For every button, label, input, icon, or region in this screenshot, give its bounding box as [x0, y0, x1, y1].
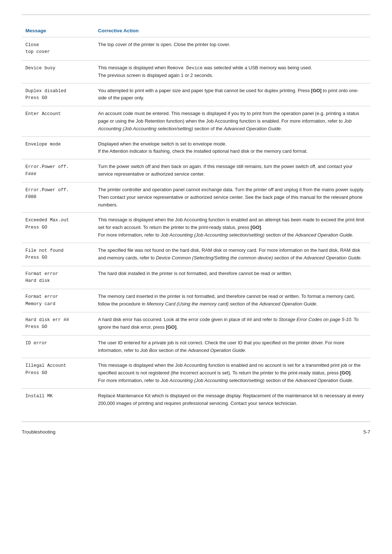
table-row: Install MKReplace Maintenance Kit which …	[22, 388, 370, 411]
message-cell: Device busy	[22, 60, 94, 83]
action-cell: The memory card inserted in the printer …	[94, 289, 370, 312]
table-row: Enter AccountAn account code must be ent…	[22, 106, 370, 136]
main-table: Message Corrective Action Closetop cover…	[22, 26, 370, 411]
col-header-message: Message	[22, 26, 94, 37]
bottom-rule	[22, 422, 370, 422]
action-cell: This message is displayed when the Job A…	[94, 213, 370, 243]
action-cell: You attempted to print with a paper size…	[94, 83, 370, 106]
table-row: ID errorThe user ID entered for a privat…	[22, 335, 370, 358]
action-cell: This message is displayed when the Job A…	[94, 358, 370, 388]
table-row: Device busyThis message is displayed whe…	[22, 60, 370, 83]
table-row: Error.Power off.F###Turn the power switc…	[22, 159, 370, 182]
message-cell: Error.Power off.F000	[22, 182, 94, 213]
message-cell: File not foundPress GO	[22, 243, 94, 266]
footer-bar: Troubleshooting 5-7	[22, 429, 370, 435]
table-row: Duplex disabledPress GOYou attempted to …	[22, 83, 370, 106]
action-cell: The top cover of the printer is open. Cl…	[94, 37, 370, 61]
page-wrapper: Message Corrective Action Closetop cover…	[0, 0, 392, 554]
message-cell: Format errorMemory card	[22, 289, 94, 312]
table-row: Format errorHard diskThe hard disk insta…	[22, 266, 370, 289]
action-cell: The printer controller and operation pan…	[94, 182, 370, 213]
action-cell: A hard disk error has occurred. Look at …	[94, 312, 370, 336]
message-cell: Error.Power off.F###	[22, 159, 94, 182]
col-header-action: Corrective Action	[94, 26, 370, 37]
action-cell: The specified file was not found on the …	[94, 243, 370, 266]
table-row: Closetop coverThe top cover of the print…	[22, 37, 370, 61]
table-row: Format errorMemory cardThe memory card i…	[22, 289, 370, 312]
footer-left: Troubleshooting	[22, 429, 56, 435]
action-cell: Replace Maintenance Kit which is display…	[94, 388, 370, 411]
table-row: File not foundPress GOThe specified file…	[22, 243, 370, 266]
message-cell: Exceeded Max.outPress GO	[22, 213, 94, 243]
action-cell: An account code must be entered. This me…	[94, 106, 370, 136]
top-rule	[22, 15, 370, 15]
message-cell: Duplex disabledPress GO	[22, 83, 94, 106]
action-cell: Turn the power switch off and then back …	[94, 159, 370, 182]
message-cell: Format errorHard disk	[22, 266, 94, 289]
table-row: Error.Power off.F000The printer controll…	[22, 182, 370, 213]
message-cell: Envelope mode	[22, 136, 94, 159]
action-cell: The user ID entered for a private job is…	[94, 335, 370, 358]
action-cell: Displayed when the envelope switch is se…	[94, 136, 370, 159]
message-cell: Illegal AccountPress GO	[22, 358, 94, 388]
message-cell: Enter Account	[22, 106, 94, 136]
action-cell: This message is displayed when Remove De…	[94, 60, 370, 83]
action-cell: The hard disk installed in the printer i…	[94, 266, 370, 289]
message-cell: Install MK	[22, 388, 94, 411]
message-cell: Hard disk err ##Press GO	[22, 312, 94, 336]
message-cell: ID error	[22, 335, 94, 358]
footer-right: 5-7	[363, 429, 370, 435]
table-row: Illegal AccountPress GOThis message is d…	[22, 358, 370, 388]
table-row: Hard disk err ##Press GOA hard disk erro…	[22, 312, 370, 336]
table-row: Envelope modeDisplayed when the envelope…	[22, 136, 370, 159]
message-cell: Closetop cover	[22, 37, 94, 61]
table-row: Exceeded Max.outPress GOThis message is …	[22, 213, 370, 243]
